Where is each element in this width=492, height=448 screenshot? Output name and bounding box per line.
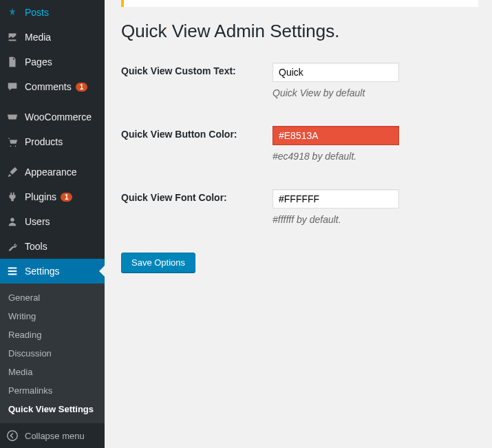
media-icon: [6, 30, 19, 44]
submenu-quickview[interactable]: Quick View Settings: [0, 400, 105, 418]
user-icon: [6, 215, 19, 228]
plugins-badge: 1: [61, 193, 73, 202]
sidebar-item-products[interactable]: Products: [0, 129, 105, 154]
cart-icon: [6, 135, 19, 149]
field-button-color: Quick View Button Color: #ec4918 by defa…: [121, 126, 478, 162]
field-custom-text: Quick View Custom Text: Quick View by de…: [121, 63, 478, 98]
pin-icon: [6, 6, 19, 19]
wrench-icon: [6, 239, 19, 253]
submenu-general[interactable]: General: [0, 288, 105, 307]
svg-point-3: [12, 273, 14, 275]
save-button[interactable]: Save Options: [121, 253, 195, 273]
settings-submenu: General Writing Reading Discussion Media…: [0, 284, 105, 423]
submenu-writing[interactable]: Writing: [0, 307, 105, 326]
field-font-color: Quick View Font Color: #ffffff by defaul…: [121, 189, 478, 225]
sidebar-item-settings[interactable]: Settings: [0, 259, 105, 284]
svg-point-1: [10, 267, 12, 269]
sidebar-item-users[interactable]: Users: [0, 209, 105, 234]
submenu-reading[interactable]: Reading: [0, 326, 105, 344]
comments-badge: 1: [76, 83, 88, 92]
page-title: Quick View Admin Settings.: [121, 21, 478, 42]
button-color-desc: #ec4918 by default.: [272, 151, 478, 162]
font-color-desc: #ffffff by default.: [272, 214, 478, 225]
page-icon: [6, 55, 19, 69]
sidebar-item-media[interactable]: Media: [0, 25, 105, 50]
notice-bar: [121, 0, 478, 7]
svg-point-4: [8, 431, 17, 440]
sidebar-item-label: Users: [25, 216, 50, 227]
sidebar-item-woocommerce[interactable]: WooCommerce: [0, 105, 105, 129]
collapse-icon: [6, 429, 19, 442]
collapse-label: Collapse menu: [25, 431, 85, 441]
brush-icon: [6, 165, 19, 179]
sidebar-item-label: Tools: [25, 241, 47, 252]
svg-point-2: [14, 270, 16, 273]
sidebar-item-appearance[interactable]: Appearance: [0, 160, 105, 184]
woo-icon: [6, 110, 19, 124]
sliders-icon: [6, 264, 19, 278]
sidebar-item-label: Plugins: [25, 191, 56, 202]
submenu-discussion[interactable]: Discussion: [0, 344, 105, 363]
sidebar-item-label: Products: [25, 136, 63, 147]
main-content: Quick View Admin Settings. Quick View Cu…: [105, 0, 492, 448]
custom-text-desc: Quick View by default: [272, 87, 478, 98]
sidebar-item-posts[interactable]: Posts: [0, 0, 105, 25]
sidebar-item-label: Posts: [25, 7, 49, 18]
admin-sidebar: Posts Media Pages Comments 1 WooCommerce…: [0, 0, 105, 448]
font-color-input[interactable]: [272, 189, 399, 209]
sidebar-item-plugins[interactable]: Plugins 1: [0, 184, 105, 209]
sidebar-item-label: Appearance: [25, 167, 77, 178]
sidebar-item-label: Comments: [25, 81, 72, 92]
button-color-input[interactable]: [272, 126, 399, 145]
plug-icon: [6, 190, 19, 204]
button-color-label: Quick View Button Color:: [121, 126, 272, 162]
sidebar-item-tools[interactable]: Tools: [0, 234, 105, 259]
sidebar-item-label: Settings: [25, 266, 60, 277]
font-color-label: Quick View Font Color:: [121, 189, 272, 225]
sidebar-item-label: Media: [25, 32, 51, 43]
submenu-permalinks[interactable]: Permalinks: [0, 381, 105, 400]
sidebar-item-pages[interactable]: Pages: [0, 50, 105, 74]
custom-text-input[interactable]: [272, 63, 399, 82]
submenu-media[interactable]: Media: [0, 363, 105, 381]
comment-icon: [6, 80, 19, 94]
svg-point-0: [10, 218, 14, 222]
sidebar-item-label: WooCommerce: [25, 111, 92, 122]
custom-text-label: Quick View Custom Text:: [121, 63, 272, 98]
collapse-menu[interactable]: Collapse menu: [0, 423, 105, 448]
sidebar-item-comments[interactable]: Comments 1: [0, 74, 105, 99]
sidebar-item-label: Pages: [25, 56, 52, 67]
